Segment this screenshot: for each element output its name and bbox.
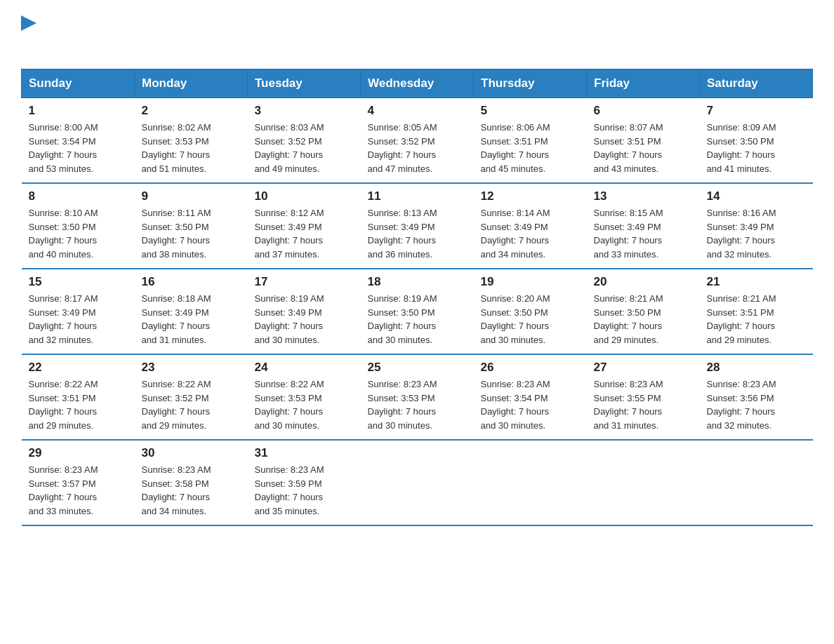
calendar-day-cell: 15Sunrise: 8:17 AMSunset: 3:49 PMDayligh… bbox=[22, 269, 135, 354]
day-number: 9 bbox=[142, 189, 241, 203]
day-number: 26 bbox=[481, 361, 580, 375]
day-number: 14 bbox=[707, 189, 806, 203]
calendar-day-header: Wednesday bbox=[361, 69, 474, 98]
day-number: 27 bbox=[594, 361, 693, 375]
day-number: 11 bbox=[368, 189, 467, 203]
day-info: Sunrise: 8:16 AMSunset: 3:49 PMDaylight:… bbox=[707, 206, 806, 261]
day-info: Sunrise: 8:19 AMSunset: 3:49 PMDaylight:… bbox=[255, 292, 354, 347]
day-number: 19 bbox=[481, 275, 580, 289]
day-info: Sunrise: 8:21 AMSunset: 3:51 PMDaylight:… bbox=[707, 292, 806, 347]
day-number: 7 bbox=[707, 104, 806, 118]
calendar-day-cell: 27Sunrise: 8:23 AMSunset: 3:55 PMDayligh… bbox=[587, 354, 700, 440]
day-info: Sunrise: 8:15 AMSunset: 3:49 PMDaylight:… bbox=[594, 206, 693, 261]
calendar-day-cell: 19Sunrise: 8:20 AMSunset: 3:50 PMDayligh… bbox=[474, 269, 587, 354]
day-info: Sunrise: 8:23 AMSunset: 3:53 PMDaylight:… bbox=[368, 377, 467, 432]
calendar-week-row: 8Sunrise: 8:10 AMSunset: 3:50 PMDaylight… bbox=[22, 183, 813, 269]
day-info: Sunrise: 8:06 AMSunset: 3:51 PMDaylight:… bbox=[481, 121, 580, 175]
day-info: Sunrise: 8:19 AMSunset: 3:50 PMDaylight:… bbox=[368, 292, 467, 347]
day-number: 12 bbox=[481, 189, 580, 203]
calendar-day-cell bbox=[361, 440, 474, 525]
day-info: Sunrise: 8:09 AMSunset: 3:50 PMDaylight:… bbox=[707, 121, 806, 175]
calendar-day-cell: 24Sunrise: 8:22 AMSunset: 3:53 PMDayligh… bbox=[248, 354, 361, 440]
day-number: 30 bbox=[142, 446, 241, 460]
day-number: 13 bbox=[594, 189, 693, 203]
day-number: 3 bbox=[255, 104, 354, 118]
svg-marker-0 bbox=[21, 15, 37, 31]
day-info: Sunrise: 8:21 AMSunset: 3:50 PMDaylight:… bbox=[594, 292, 693, 347]
calendar-day-cell: 20Sunrise: 8:21 AMSunset: 3:50 PMDayligh… bbox=[587, 269, 700, 354]
calendar-day-cell: 29Sunrise: 8:23 AMSunset: 3:57 PMDayligh… bbox=[22, 440, 135, 525]
calendar-day-cell: 22Sunrise: 8:22 AMSunset: 3:51 PMDayligh… bbox=[22, 354, 135, 440]
day-number: 18 bbox=[368, 275, 467, 289]
day-number: 21 bbox=[707, 275, 806, 289]
day-info: Sunrise: 8:23 AMSunset: 3:58 PMDaylight:… bbox=[142, 463, 241, 518]
page-header bbox=[21, 14, 813, 55]
day-info: Sunrise: 8:14 AMSunset: 3:49 PMDaylight:… bbox=[481, 206, 580, 261]
day-number: 5 bbox=[481, 104, 580, 118]
calendar-day-header: Friday bbox=[587, 69, 700, 98]
calendar-day-cell: 8Sunrise: 8:10 AMSunset: 3:50 PMDaylight… bbox=[22, 183, 135, 269]
day-info: Sunrise: 8:20 AMSunset: 3:50 PMDaylight:… bbox=[481, 292, 580, 347]
calendar-table: SundayMondayTuesdayWednesdayThursdayFrid… bbox=[21, 69, 813, 526]
day-number: 1 bbox=[29, 104, 128, 118]
day-info: Sunrise: 8:23 AMSunset: 3:57 PMDaylight:… bbox=[29, 463, 128, 518]
logo-triangle-icon bbox=[21, 14, 37, 32]
day-info: Sunrise: 8:23 AMSunset: 3:56 PMDaylight:… bbox=[707, 377, 806, 432]
day-info: Sunrise: 8:23 AMSunset: 3:59 PMDaylight:… bbox=[255, 463, 354, 518]
calendar-day-header: Thursday bbox=[474, 69, 587, 98]
calendar-day-cell bbox=[700, 440, 813, 525]
day-number: 15 bbox=[29, 275, 128, 289]
day-number: 22 bbox=[29, 361, 128, 375]
calendar-day-cell: 18Sunrise: 8:19 AMSunset: 3:50 PMDayligh… bbox=[361, 269, 474, 354]
day-number: 2 bbox=[142, 104, 241, 118]
calendar-day-cell: 4Sunrise: 8:05 AMSunset: 3:52 PMDaylight… bbox=[361, 98, 474, 184]
day-info: Sunrise: 8:22 AMSunset: 3:52 PMDaylight:… bbox=[142, 377, 241, 432]
calendar-day-cell bbox=[474, 440, 587, 525]
calendar-day-cell: 7Sunrise: 8:09 AMSunset: 3:50 PMDaylight… bbox=[700, 98, 813, 184]
day-number: 17 bbox=[255, 275, 354, 289]
calendar-day-cell: 25Sunrise: 8:23 AMSunset: 3:53 PMDayligh… bbox=[361, 354, 474, 440]
calendar-day-cell: 30Sunrise: 8:23 AMSunset: 3:58 PMDayligh… bbox=[135, 440, 248, 525]
day-info: Sunrise: 8:05 AMSunset: 3:52 PMDaylight:… bbox=[368, 121, 467, 175]
day-info: Sunrise: 8:11 AMSunset: 3:50 PMDaylight:… bbox=[142, 206, 241, 261]
calendar-day-cell: 6Sunrise: 8:07 AMSunset: 3:51 PMDaylight… bbox=[587, 98, 700, 184]
day-info: Sunrise: 8:22 AMSunset: 3:53 PMDaylight:… bbox=[255, 377, 354, 432]
day-info: Sunrise: 8:10 AMSunset: 3:50 PMDaylight:… bbox=[29, 206, 128, 261]
day-number: 29 bbox=[29, 446, 128, 460]
day-number: 23 bbox=[142, 361, 241, 375]
calendar-day-header: Monday bbox=[135, 69, 248, 98]
calendar-day-cell: 12Sunrise: 8:14 AMSunset: 3:49 PMDayligh… bbox=[474, 183, 587, 269]
calendar-day-header: Saturday bbox=[700, 69, 813, 98]
calendar-day-cell: 31Sunrise: 8:23 AMSunset: 3:59 PMDayligh… bbox=[248, 440, 361, 525]
day-number: 16 bbox=[142, 275, 241, 289]
calendar-day-cell: 13Sunrise: 8:15 AMSunset: 3:49 PMDayligh… bbox=[587, 183, 700, 269]
day-info: Sunrise: 8:03 AMSunset: 3:52 PMDaylight:… bbox=[255, 121, 354, 175]
day-number: 31 bbox=[255, 446, 354, 460]
calendar-day-cell: 28Sunrise: 8:23 AMSunset: 3:56 PMDayligh… bbox=[700, 354, 813, 440]
calendar-week-row: 15Sunrise: 8:17 AMSunset: 3:49 PMDayligh… bbox=[22, 269, 813, 354]
calendar-day-cell: 17Sunrise: 8:19 AMSunset: 3:49 PMDayligh… bbox=[248, 269, 361, 354]
calendar-day-cell: 5Sunrise: 8:06 AMSunset: 3:51 PMDaylight… bbox=[474, 98, 587, 184]
day-number: 4 bbox=[368, 104, 467, 118]
day-info: Sunrise: 8:22 AMSunset: 3:51 PMDaylight:… bbox=[29, 377, 128, 432]
day-number: 24 bbox=[255, 361, 354, 375]
day-number: 10 bbox=[255, 189, 354, 203]
calendar-day-cell: 11Sunrise: 8:13 AMSunset: 3:49 PMDayligh… bbox=[361, 183, 474, 269]
day-info: Sunrise: 8:12 AMSunset: 3:49 PMDaylight:… bbox=[255, 206, 354, 261]
calendar-day-cell: 23Sunrise: 8:22 AMSunset: 3:52 PMDayligh… bbox=[135, 354, 248, 440]
day-info: Sunrise: 8:07 AMSunset: 3:51 PMDaylight:… bbox=[594, 121, 693, 175]
calendar-week-row: 29Sunrise: 8:23 AMSunset: 3:57 PMDayligh… bbox=[22, 440, 813, 525]
day-number: 20 bbox=[594, 275, 693, 289]
day-number: 28 bbox=[707, 361, 806, 375]
calendar-day-cell: 16Sunrise: 8:18 AMSunset: 3:49 PMDayligh… bbox=[135, 269, 248, 354]
day-number: 8 bbox=[29, 189, 128, 203]
day-info: Sunrise: 8:02 AMSunset: 3:53 PMDaylight:… bbox=[142, 121, 241, 175]
day-info: Sunrise: 8:23 AMSunset: 3:55 PMDaylight:… bbox=[594, 377, 693, 432]
logo bbox=[21, 14, 37, 55]
day-info: Sunrise: 8:00 AMSunset: 3:54 PMDaylight:… bbox=[29, 121, 128, 175]
day-info: Sunrise: 8:18 AMSunset: 3:49 PMDaylight:… bbox=[142, 292, 241, 347]
calendar-day-header: Tuesday bbox=[248, 69, 361, 98]
calendar-day-cell: 2Sunrise: 8:02 AMSunset: 3:53 PMDaylight… bbox=[135, 98, 248, 184]
calendar-day-cell: 1Sunrise: 8:00 AMSunset: 3:54 PMDaylight… bbox=[22, 98, 135, 184]
day-number: 6 bbox=[594, 104, 693, 118]
